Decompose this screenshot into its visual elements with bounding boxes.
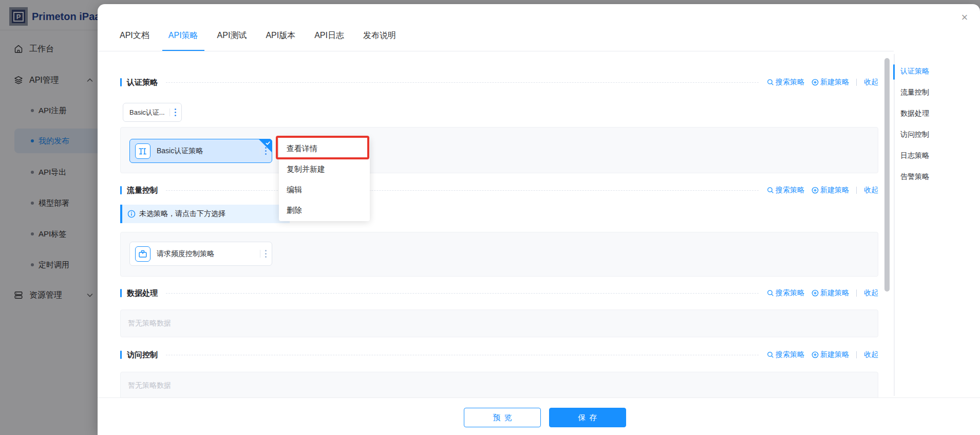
section-title: 访问控制 (127, 350, 158, 360)
link-separator (856, 79, 857, 86)
search-policy-label: 搜索策略 (776, 288, 804, 298)
collapse-link[interactable]: 收起 (864, 78, 878, 87)
context-menu: 查看详情 复制并新建 编辑 删除 (279, 138, 370, 221)
section-title: 流量控制 (127, 186, 158, 195)
collapse-link[interactable]: 收起 (864, 186, 878, 195)
kebab-menu-icon[interactable] (260, 250, 267, 258)
menu-item-view-details[interactable]: 查看详情 (279, 138, 370, 159)
section-header-data: 数据处理 搜索策略 新建策略 收起 (120, 285, 878, 301)
anchor-rail (894, 54, 895, 396)
new-policy-link[interactable]: 新建策略 (812, 288, 849, 298)
tab-api-log[interactable]: API日志 (308, 21, 350, 51)
dashed-divider (166, 190, 759, 191)
anchor-item-flow[interactable]: 流量控制 (900, 82, 972, 103)
section-header-auth: 认证策略 搜索策略 新建策略 收起 (120, 74, 878, 90)
preview-button[interactable]: 预览 (464, 408, 541, 427)
menu-item-edit[interactable]: 编辑 (279, 179, 370, 200)
auth-policy-icon (135, 143, 150, 159)
anchor-nav: 认证策略 流量控制 数据处理 访问控制 日志策略 告警策略 (900, 61, 972, 187)
section-bar (120, 186, 122, 194)
plus-circle-icon (812, 79, 819, 86)
kebab-menu-icon[interactable] (169, 108, 176, 116)
preview-button-label: 预览 (493, 413, 516, 423)
section-title: 认证策略 (127, 78, 158, 87)
anchor-item-auth[interactable]: 认证策略 (900, 61, 972, 82)
menu-item-copy-create[interactable]: 复制并新建 (279, 159, 370, 179)
collapse-label: 收起 (864, 350, 878, 359)
tab-api-version[interactable]: API版本 (259, 21, 301, 51)
close-icon[interactable]: × (956, 9, 973, 26)
search-policy-label: 搜索策略 (776, 78, 804, 87)
new-policy-label: 新建策略 (820, 186, 849, 195)
dashed-divider (166, 355, 759, 355)
save-button[interactable]: 保存 (549, 408, 626, 427)
check-icon (265, 140, 271, 146)
section-header-flow: 流量控制 搜索策略 新建策略 收起 (120, 182, 878, 198)
data-policy-panel: 暂无策略数据 (120, 310, 878, 337)
section-header-access: 访问控制 搜索策略 新建策略 收起 (120, 347, 878, 363)
auth-policy-chip[interactable]: Basic认证... (123, 103, 182, 122)
tab-bar: API文档 API策略 API测试 API版本 API日志 发布说明 (98, 4, 894, 51)
tab-api-doc[interactable]: API文档 (114, 21, 156, 51)
auth-policy-card-label: Basic认证策略 (157, 147, 255, 156)
anchor-item-log[interactable]: 日志策略 (900, 145, 972, 166)
empty-placeholder: 暂无策略数据 (121, 310, 878, 337)
search-icon (767, 289, 774, 297)
vertical-scrollbar-thumb[interactable] (884, 58, 890, 292)
search-policy-link[interactable]: 搜索策略 (767, 78, 804, 87)
anchor-item-data[interactable]: 数据处理 (900, 103, 972, 124)
section-bar (120, 78, 122, 86)
collapse-label: 收起 (864, 288, 878, 298)
modal-footer: 预览 保存 (98, 397, 980, 435)
section-title: 数据处理 (127, 288, 158, 298)
new-policy-label: 新建策略 (820, 288, 849, 298)
section-bar (120, 351, 122, 359)
tab-api-test[interactable]: API测试 (211, 21, 253, 51)
menu-item-delete[interactable]: 删除 (279, 200, 370, 221)
anchor-item-access[interactable]: 访问控制 (900, 124, 972, 145)
link-separator (856, 351, 857, 358)
search-policy-link[interactable]: 搜索策略 (767, 186, 804, 195)
auth-policy-card[interactable]: Basic认证策略 (129, 139, 272, 163)
search-policy-label: 搜索策略 (776, 186, 804, 195)
new-policy-link[interactable]: 新建策略 (812, 78, 849, 87)
section-bar (120, 289, 122, 297)
search-policy-label: 搜索策略 (776, 350, 804, 359)
flow-policy-card-label: 请求频度控制策略 (157, 249, 255, 259)
anchor-item-alarm[interactable]: 告警策略 (900, 166, 972, 187)
link-separator (856, 187, 857, 194)
no-policy-alert: 未选策略，请点击下方选择 (120, 205, 290, 223)
search-policy-link[interactable]: 搜索策略 (767, 350, 804, 359)
access-policy-panel: 暂无策略数据 (120, 372, 878, 400)
new-policy-link[interactable]: 新建策略 (812, 350, 849, 359)
search-policy-link[interactable]: 搜索策略 (767, 288, 804, 298)
plus-circle-icon (812, 289, 819, 297)
tab-release-notes[interactable]: 发布说明 (357, 21, 402, 51)
dashed-divider (166, 293, 759, 294)
dashed-divider (166, 82, 759, 83)
plus-circle-icon (812, 351, 819, 358)
collapse-link[interactable]: 收起 (864, 350, 878, 359)
search-icon (767, 351, 774, 358)
info-icon (127, 210, 136, 218)
collapse-label: 收起 (864, 78, 878, 87)
new-policy-label: 新建策略 (820, 350, 849, 359)
new-policy-link[interactable]: 新建策略 (812, 186, 849, 195)
flow-policy-card[interactable]: 请求频度控制策略 (129, 242, 272, 266)
link-separator (856, 289, 857, 297)
no-policy-alert-text: 未选策略，请点击下方选择 (139, 209, 225, 219)
collapse-link[interactable]: 收起 (864, 288, 878, 298)
search-icon (767, 79, 774, 86)
new-policy-label: 新建策略 (820, 78, 849, 87)
auth-policy-chip-label: Basic认证... (129, 108, 165, 117)
empty-placeholder: 暂无策略数据 (121, 372, 878, 399)
api-policy-modal: × API文档 API策略 API测试 API版本 API日志 发布说明 认证策… (98, 4, 980, 435)
tab-api-policy[interactable]: API策略 (162, 21, 204, 51)
screen: { "colors": { "accent": "#1890ff", "anno… (0, 0, 980, 435)
flow-policy-icon (135, 246, 150, 262)
anchor-active-indicator (893, 64, 895, 80)
save-button-label: 保存 (578, 413, 601, 423)
collapse-label: 收起 (864, 186, 878, 195)
search-icon (767, 187, 774, 194)
plus-circle-icon (812, 187, 819, 194)
